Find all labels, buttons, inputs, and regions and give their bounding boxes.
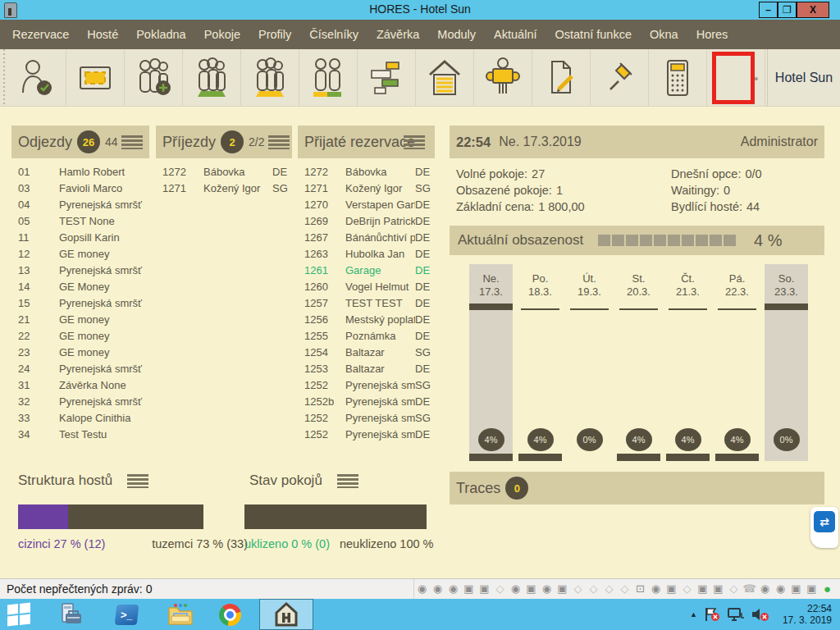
menu-item[interactable]: Profily <box>249 20 300 49</box>
status-device-icon[interactable] <box>819 579 835 600</box>
reservation-row[interactable]: 1269 DeBrijn Patrick DE <box>298 213 435 230</box>
group-add-button[interactable] <box>125 49 183 106</box>
status-device-icon[interactable] <box>695 579 710 599</box>
status-device-icon[interactable] <box>570 579 586 599</box>
title-bar[interactable]: HORES - Hotel Sun – ❐ X <box>0 0 840 20</box>
guest-structure-menu-icon[interactable] <box>127 474 148 488</box>
status-device-icon[interactable] <box>632 579 648 599</box>
group-arrivals-button[interactable] <box>241 49 299 106</box>
menu-item[interactable]: Okna <box>641 20 687 49</box>
status-device-icon[interactable] <box>742 579 757 599</box>
status-device-icon[interactable] <box>617 579 632 599</box>
reservation-row[interactable]: 1260 Vogel Helmut DE <box>298 279 435 295</box>
departure-row[interactable]: 31 Závěrka None <box>11 377 153 394</box>
server-manager-button[interactable] <box>52 599 89 630</box>
status-device-icon[interactable] <box>648 579 664 599</box>
status-device-icon[interactable] <box>414 579 430 599</box>
teamviewer-popup[interactable]: ⇄ <box>810 507 838 548</box>
status-device-icon[interactable] <box>586 579 601 599</box>
reservation-row[interactable]: 1272 Bábovka DE <box>298 164 435 180</box>
minimize-button[interactable]: – <box>759 2 778 18</box>
status-device-icon[interactable] <box>601 579 617 599</box>
departure-row[interactable]: 01 Hamlo Robert <box>11 164 153 180</box>
status-device-icon[interactable] <box>461 579 477 599</box>
status-device-icon[interactable] <box>710 579 726 599</box>
reservation-row[interactable]: 1252 Pyrenejská smršť DE <box>298 427 435 443</box>
reservation-row[interactable]: 1252 Pyrenejská smršť SG <box>298 377 435 394</box>
departure-row[interactable]: 13 Pyrenejská smršť <box>11 262 153 279</box>
status-device-icon[interactable] <box>773 579 788 599</box>
volume-muted-icon[interactable] <box>751 606 770 623</box>
guest-check-button[interactable] <box>8 49 66 106</box>
status-device-icon[interactable] <box>539 579 555 599</box>
departure-row[interactable]: 11 Gopsill Karin <box>11 230 153 246</box>
menu-item[interactable]: Ostatní funkce <box>546 20 641 49</box>
departure-row[interactable]: 32 Pyrenejská smršť <box>11 394 153 410</box>
arrivals-menu-icon[interactable] <box>268 135 290 149</box>
group-inhouse-button[interactable] <box>183 49 241 106</box>
status-device-icon[interactable] <box>726 579 742 599</box>
menu-item[interactable]: Číselníky <box>300 20 368 49</box>
departures-menu-icon[interactable] <box>121 135 143 149</box>
menu-item[interactable]: Rezervace <box>3 20 78 49</box>
taskbar-clock[interactable]: 22:54 17. 3. 2019 <box>776 603 832 626</box>
close-button[interactable]: X <box>797 2 829 18</box>
restore-button[interactable]: ❐ <box>778 2 797 18</box>
departure-row[interactable]: 22 GE money <box>11 328 153 345</box>
departure-row[interactable]: 15 Pyrenejská smršť <box>11 295 153 312</box>
menu-item[interactable]: Pokoje <box>195 20 249 49</box>
departure-row[interactable]: 04 Pyrenejská smršť <box>11 197 153 213</box>
menu-item[interactable]: Pokladna <box>127 20 194 49</box>
file-explorer-button[interactable] <box>162 599 199 630</box>
document-edit-button[interactable] <box>532 49 591 106</box>
departure-row[interactable]: 03 Favioli Marco <box>11 180 153 197</box>
hotel-rooms-button[interactable] <box>416 49 474 106</box>
menu-item[interactable]: Aktuální <box>485 20 546 49</box>
network-icon[interactable] <box>727 606 745 623</box>
status-device-icon[interactable] <box>445 579 461 599</box>
departure-row[interactable]: 24 Pyrenejská smršť <box>11 361 153 377</box>
status-device-icon[interactable] <box>804 579 819 599</box>
departure-row[interactable]: 12 GE money <box>11 246 153 262</box>
status-device-icon[interactable] <box>664 579 679 599</box>
status-device-icon[interactable] <box>555 579 570 599</box>
reservation-row[interactable]: 1270 Verstapen Gart DE <box>298 197 435 213</box>
menu-item[interactable]: Hosté <box>78 20 127 49</box>
reservation-row[interactable]: 1255 Poznámka DE <box>298 328 435 345</box>
arrival-row[interactable]: 1271 Kožený Igor SG <box>156 180 292 197</box>
reservation-row[interactable]: 1252 Pyrenejská smršť SG <box>298 410 435 427</box>
powershell-button[interactable]: >_ <box>108 599 144 630</box>
status-device-icon[interactable] <box>757 579 773 599</box>
calculator-button[interactable] <box>649 49 707 106</box>
toolbar-grip[interactable] <box>0 49 8 106</box>
reservation-row[interactable]: 1263 Hubolka Jan DE <box>298 246 435 262</box>
status-device-icon[interactable] <box>477 579 492 599</box>
person-board-button[interactable] <box>474 49 532 106</box>
pair-status-button[interactable] <box>299 49 358 106</box>
tray-expand-icon[interactable]: ▲ <box>690 610 697 619</box>
arrival-row[interactable]: 1272 Bábovka DE <box>156 164 292 180</box>
status-device-icon[interactable] <box>492 579 508 599</box>
status-device-icon[interactable] <box>430 579 445 599</box>
reservation-row[interactable]: 1271 Kožený Igor SG <box>298 180 435 197</box>
status-device-icon[interactable] <box>523 579 539 599</box>
departure-row[interactable]: 33 Kalope Cinithia <box>11 410 153 427</box>
reservation-row[interactable]: 1261 Garage DE <box>298 262 435 279</box>
reservations-menu-icon[interactable] <box>404 135 425 149</box>
action-center-flag-icon[interactable] <box>703 606 721 623</box>
reservation-row[interactable]: 1256 Mestský poplatek DE <box>298 312 435 328</box>
departure-row[interactable]: 05 TEST None <box>11 213 153 230</box>
departure-row[interactable]: 23 GE money <box>11 345 153 361</box>
reservation-row[interactable]: 1252b Pyrenejská smršť DE <box>298 394 435 410</box>
start-button[interactable] <box>0 599 38 630</box>
status-device-icon[interactable] <box>679 579 695 599</box>
menu-item[interactable]: Hores <box>687 20 737 49</box>
departure-row[interactable]: 14 GE Money <box>11 279 153 295</box>
status-device-icon[interactable] <box>788 579 804 599</box>
menu-item[interactable]: Moduly <box>428 20 485 49</box>
reservation-row[interactable]: 1254 Baltazar SG <box>298 345 435 361</box>
reservation-row[interactable]: 1257 TEST TEST DE <box>298 295 435 312</box>
departure-row[interactable]: 21 GE money <box>11 312 153 328</box>
room-status-menu-icon[interactable] <box>337 474 358 488</box>
status-device-icon[interactable] <box>508 579 523 599</box>
